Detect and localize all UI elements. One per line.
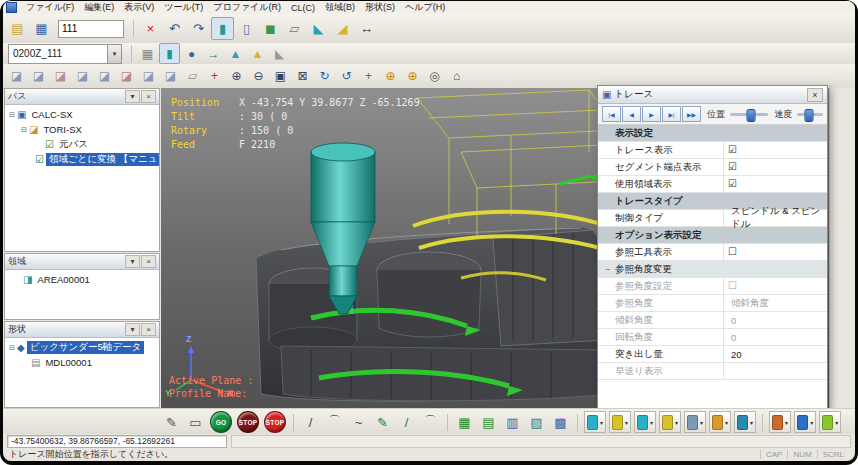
panel-close-icon[interactable]: × xyxy=(141,255,156,268)
draw-tool-icon[interactable]: ⌒ xyxy=(419,411,442,434)
playback-button[interactable]: ◀ xyxy=(622,106,641,122)
toolbar-icon[interactable]: ▦ xyxy=(137,43,158,64)
tree-item[interactable]: ⊟ ◪ TORI-SX xyxy=(5,122,159,137)
tool-dropdown-button[interactable]: ▾ xyxy=(769,411,791,433)
panel-collapse-icon[interactable]: ▾ xyxy=(125,90,140,103)
panel-collapse-icon[interactable]: ▾ xyxy=(125,323,140,336)
playback-button[interactable]: ▶ xyxy=(642,106,661,122)
tree-expander-icon[interactable]: ⊟ xyxy=(7,111,17,119)
trace-row[interactable]: 参照角度設定 ☐ xyxy=(598,278,827,295)
toolbar-icon[interactable]: ▤ xyxy=(6,17,29,40)
view-toolbar-icon[interactable]: ◪ xyxy=(72,66,93,87)
toolbar-icon[interactable]: ↶ xyxy=(163,17,186,40)
checkbox-icon[interactable]: ☐ xyxy=(728,281,737,291)
position-slider-thumb[interactable] xyxy=(746,109,755,122)
pattern-tool-icon[interactable]: ▤ xyxy=(477,411,500,434)
tool-dropdown-button[interactable]: ▾ xyxy=(819,411,841,433)
menu-item[interactable]: 形状(S) xyxy=(360,1,400,14)
tool-dropdown-button[interactable]: ▾ xyxy=(709,411,731,433)
bottom-toolbar-icon[interactable]: ▭ xyxy=(184,411,207,434)
menu-item[interactable]: ツール(T) xyxy=(159,1,208,14)
checkbox-icon[interactable]: ☐ xyxy=(728,247,737,257)
tool-dropdown-button[interactable]: ▾ xyxy=(734,411,756,433)
view-toolbar-icon[interactable]: ◪ xyxy=(160,66,181,87)
row-collapse-icon[interactable]: − xyxy=(604,265,612,274)
pattern-tool-icon[interactable]: ▩ xyxy=(549,411,572,434)
trace-row[interactable]: 回転角度 0 xyxy=(598,329,827,346)
view-toolbar-icon[interactable]: ⊕ xyxy=(226,66,247,87)
menu-item[interactable]: 表示(V) xyxy=(119,1,159,14)
toolbar-icon[interactable]: ▱ xyxy=(283,17,306,40)
view-toolbar-icon[interactable]: + xyxy=(204,66,225,87)
trace-dialog-titlebar[interactable]: ▣ トレース × xyxy=(598,86,827,104)
run-button[interactable]: STOP xyxy=(264,411,286,433)
position-slider[interactable] xyxy=(730,113,768,116)
draw-tool-icon[interactable]: / xyxy=(395,411,418,434)
toolbar-icon[interactable]: ◣ xyxy=(269,43,290,64)
pattern-tool-icon[interactable]: ▧ xyxy=(525,411,548,434)
pattern-tool-icon[interactable]: ▥ xyxy=(501,411,524,434)
trace-row[interactable]: トレース表示 ☑ xyxy=(598,142,827,159)
playback-button[interactable]: |◀ xyxy=(602,106,621,122)
run-button[interactable]: STOP xyxy=(237,411,259,433)
view-toolbar-icon[interactable]: ⊕ xyxy=(402,66,423,87)
toolbar-icon[interactable]: ▮ xyxy=(159,43,180,64)
toolbar-icon[interactable]: ↔ xyxy=(355,17,378,40)
draw-tool-icon[interactable]: ⌒ xyxy=(323,411,346,434)
tool-dropdown-button[interactable]: ▾ xyxy=(584,411,606,433)
view-toolbar-icon[interactable]: ▱ xyxy=(182,66,203,87)
trace-row[interactable]: 参照工具表示 ☐ xyxy=(598,244,827,261)
view-toolbar-icon[interactable]: ⊠ xyxy=(292,66,313,87)
panel-close-icon[interactable]: × xyxy=(141,323,156,336)
menu-item[interactable]: ヘルプ(H) xyxy=(400,1,450,14)
draw-tool-icon[interactable]: ~ xyxy=(347,411,370,434)
view-toolbar-icon[interactable]: ◪ xyxy=(138,66,159,87)
close-icon[interactable]: × xyxy=(807,88,823,102)
trace-row[interactable]: セグメント端点表示 ☑ xyxy=(598,159,827,176)
tree-item[interactable]: ☑ 元パス xyxy=(5,137,159,152)
toolbar-icon[interactable]: → xyxy=(203,43,224,64)
view-toolbar-icon[interactable]: ◪ xyxy=(50,66,71,87)
toolbar-icon[interactable]: ▲ xyxy=(225,43,246,64)
view-toolbar-icon[interactable]: + xyxy=(358,66,379,87)
menu-item[interactable]: プロファイル(R) xyxy=(208,1,286,14)
run-button[interactable]: GO xyxy=(210,411,232,433)
tree-item[interactable]: ☑ 領域ごとに変換 【マニュアル】 xyxy=(5,152,159,167)
tree-expander-icon[interactable]: ⊟ xyxy=(7,344,17,352)
menu-item[interactable]: ファイル(F) xyxy=(21,1,79,14)
view-toolbar-icon[interactable]: ⌂ xyxy=(446,66,467,87)
draw-tool-icon[interactable]: / xyxy=(299,411,322,434)
draw-tool-icon[interactable]: ✎ xyxy=(371,411,394,434)
playback-button[interactable]: ▶| xyxy=(662,106,681,122)
trace-row[interactable]: − 参照角度変更 xyxy=(598,261,827,278)
tree-item[interactable]: ⊟ ◆ ビックサンダー5軸データ xyxy=(5,340,159,355)
toolbar-icon[interactable]: × xyxy=(139,17,162,40)
toolbar-icon[interactable]: ◣ xyxy=(307,17,330,40)
tree-item[interactable]: ◨ AREA00001 xyxy=(5,272,159,287)
panel-collapse-icon[interactable]: ▾ xyxy=(125,255,140,268)
profile-combo[interactable]: 0200Z_111 ▾ xyxy=(8,44,122,64)
panel-close-icon[interactable]: × xyxy=(141,90,156,103)
toolbar-icon[interactable]: ▦ xyxy=(30,17,53,40)
tree-item[interactable]: ⊟ ▣ CALC-SX xyxy=(5,107,159,122)
toolbar-icon[interactable]: ▮ xyxy=(211,17,234,40)
trace-row[interactable]: 表示設定 xyxy=(598,125,827,142)
view-toolbar-icon[interactable]: ↻ xyxy=(314,66,335,87)
pattern-tool-icon[interactable]: ▦ xyxy=(453,411,476,434)
tool-dropdown-button[interactable]: ▾ xyxy=(634,411,656,433)
bottom-toolbar-icon[interactable]: ✎ xyxy=(160,411,183,434)
trace-row[interactable]: 参照角度 傾斜角度 xyxy=(598,295,827,312)
tool-dropdown-button[interactable]: ▾ xyxy=(609,411,631,433)
speed-slider-thumb[interactable] xyxy=(804,109,813,122)
trace-row[interactable]: 使用領域表示 ☑ xyxy=(598,176,827,193)
speed-slider[interactable] xyxy=(797,113,823,116)
tool-dropdown-button[interactable]: ▾ xyxy=(684,411,706,433)
toolbar-icon[interactable]: ◼ xyxy=(259,17,282,40)
view-toolbar-icon[interactable]: ◪ xyxy=(28,66,49,87)
checkbox-icon[interactable]: ☑ xyxy=(728,145,737,155)
trace-row[interactable]: オプション表示設定 xyxy=(598,227,827,244)
toolbar-icon[interactable]: ● xyxy=(181,43,202,64)
view-toolbar-icon[interactable]: ◪ xyxy=(6,66,27,87)
view-toolbar-icon[interactable]: ▣ xyxy=(270,66,291,87)
toolbar-icon[interactable]: ▲ xyxy=(247,43,268,64)
